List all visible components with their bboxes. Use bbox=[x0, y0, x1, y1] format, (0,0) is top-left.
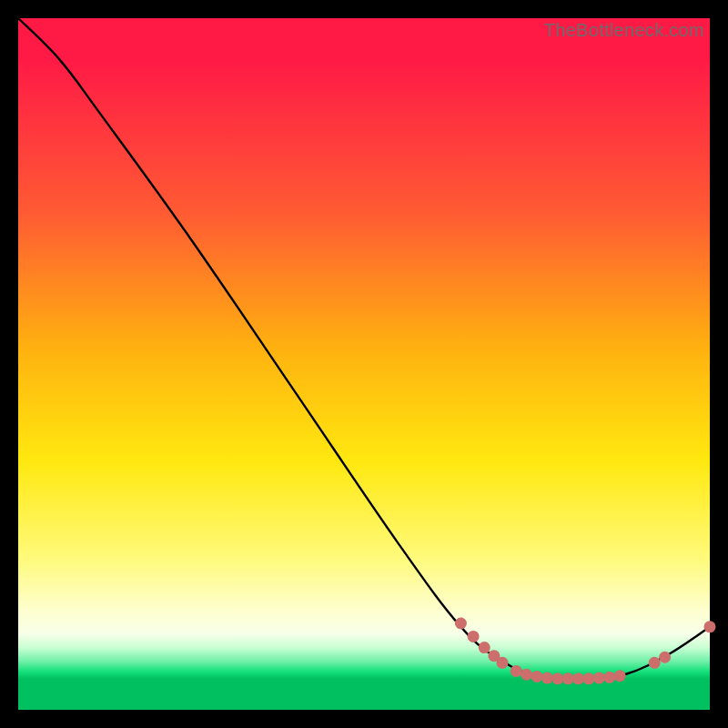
curve-marker bbox=[593, 672, 605, 684]
curve-marker bbox=[531, 671, 543, 682]
curve-marker bbox=[521, 669, 532, 681]
curve-marker bbox=[649, 657, 661, 669]
curve-marker bbox=[704, 621, 716, 632]
curve-marker bbox=[511, 665, 522, 677]
curve-marker bbox=[603, 672, 615, 683]
curve-marker bbox=[468, 631, 480, 642]
curve-marker bbox=[572, 672, 584, 684]
chart-svg bbox=[18, 18, 710, 710]
curve-marker bbox=[562, 672, 574, 684]
curve-marker bbox=[541, 672, 553, 684]
curve-marker bbox=[479, 642, 490, 653]
curve-marker bbox=[497, 657, 509, 669]
bottleneck-curve bbox=[18, 18, 710, 681]
chart-frame: TheBottleneck.com bbox=[18, 18, 710, 710]
curve-marker bbox=[551, 672, 563, 684]
curve-marker bbox=[614, 670, 626, 682]
curve-marker bbox=[455, 618, 467, 630]
curve-marker bbox=[583, 672, 595, 684]
curve-marker bbox=[659, 652, 671, 663]
curve-markers bbox=[455, 618, 716, 685]
